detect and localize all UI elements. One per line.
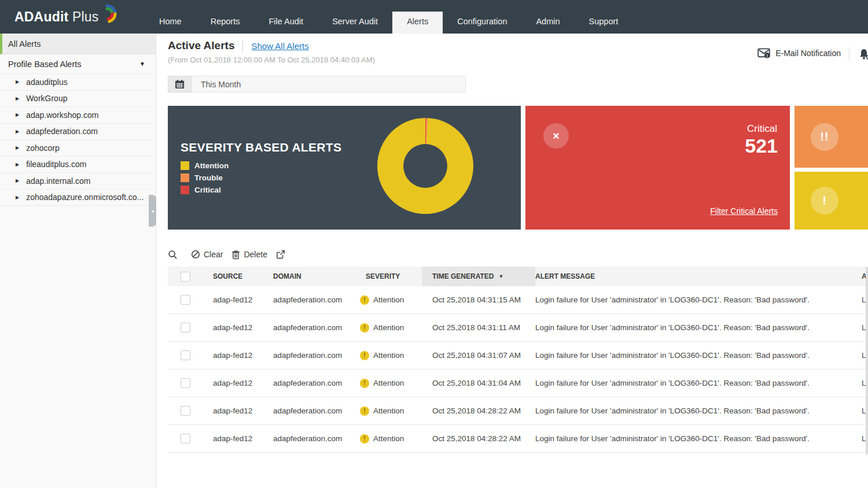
col-header-source[interactable]: SOURCE — [203, 272, 263, 280]
cell-domain: adapfederation.com — [263, 379, 355, 387]
table-row: adap-fed12 adapfederation.com ! Attentio… — [168, 342, 868, 369]
cell-severity: ! Attention — [355, 434, 422, 443]
cell-message: Login failure for User 'administrator' i… — [535, 406, 859, 415]
period-selector: This Month — [168, 76, 466, 93]
sidebar-item-all-alerts[interactable]: All Alerts — [0, 34, 156, 54]
select-all-checkbox[interactable] — [181, 272, 190, 282]
clear-button[interactable]: Clear — [191, 250, 223, 259]
calendar-icon — [175, 79, 185, 89]
sidebar-group-profile-based-alerts[interactable]: Profile Based Alerts ▼ — [0, 54, 156, 74]
table-row: adap-fed12 adapfederation.com ! Attentio… — [168, 286, 868, 314]
period-value[interactable]: This Month — [192, 76, 466, 93]
chevron-down-icon: ▼ — [139, 61, 145, 67]
nav-item-configuration[interactable]: Configuration — [443, 12, 521, 34]
expand-caret-icon: ▶ — [16, 112, 19, 117]
nav-item-admin[interactable]: Admin — [521, 12, 574, 34]
row-checkbox[interactable] — [181, 378, 190, 388]
sidebar-collapse-handle[interactable] — [149, 195, 156, 227]
cell-source: adap-fed12 — [203, 295, 263, 304]
top-nav-bar: ADAudit Plus HomeReportsFile AuditServer… — [0, 0, 868, 34]
cell-message: Login failure for User 'administrator' i… — [535, 379, 859, 387]
cell-source: adap-fed12 — [203, 379, 263, 387]
search-icon — [168, 250, 178, 260]
nav-item-reports[interactable]: Reports — [196, 12, 255, 34]
legend-swatch — [181, 173, 189, 182]
app-logo[interactable]: ADAudit Plus — [0, 0, 145, 34]
table-row: adap-fed12 adapfederation.com ! Attentio… — [168, 369, 868, 397]
trash-icon — [231, 250, 240, 260]
cell-severity: ! Attention — [355, 406, 422, 416]
attention-severity-icon: ! — [360, 295, 369, 305]
alerts-table: SOURCE DOMAIN SEVERITY TIME GENERATED ▼ … — [168, 267, 868, 453]
row-checkbox[interactable] — [181, 323, 190, 332]
chart-title: SEVERITY BASED ALERTS — [181, 141, 341, 154]
cell-domain: adapfederation.com — [263, 351, 355, 360]
email-notification-button[interactable]: ! E-Mail Notification — [757, 47, 841, 59]
col-header-alert-message[interactable]: ALERT MESSAGE — [535, 272, 859, 280]
legend-label: Attention — [194, 161, 229, 170]
export-button[interactable] — [276, 250, 285, 259]
sidebar-item-label: zohocorp — [26, 143, 60, 153]
attention-severity-icon: ! — [360, 379, 369, 388]
expand-caret-icon: ▶ — [16, 79, 19, 84]
col-header-severity[interactable]: SEVERITY — [355, 272, 422, 280]
search-button[interactable] — [168, 250, 178, 260]
attention-alerts-card[interactable]: ! — [795, 172, 868, 230]
col-header-time-generated[interactable]: TIME GENERATED ▼ — [422, 267, 535, 286]
sidebar-item-adap-workshop-com[interactable]: ▶adap.workshop.com — [0, 107, 156, 124]
trouble-icon: !! — [811, 123, 838, 151]
row-checkbox[interactable] — [181, 350, 190, 360]
sidebar-item-adap-internal-com[interactable]: ▶adap.internal.com — [0, 173, 156, 190]
expand-caret-icon: ▶ — [16, 96, 19, 101]
row-checkbox[interactable] — [181, 406, 190, 416]
cell-severity: ! Attention — [355, 323, 422, 332]
calendar-button[interactable] — [168, 76, 192, 93]
cell-message: Login failure for User 'administrator' i… — [535, 434, 859, 443]
legend-label: Trouble — [194, 173, 223, 182]
svg-text:!: ! — [767, 53, 768, 58]
sidebar-item-fileauditplus-com[interactable]: ▶fileauditplus.com — [0, 157, 156, 173]
notification-bell-button[interactable] — [858, 47, 868, 61]
expand-caret-icon: ▶ — [16, 178, 19, 183]
app-logo-text: ADAudit Plus — [14, 9, 99, 25]
severity-chart-panel: SEVERITY BASED ALERTS AttentionTroubleCr… — [168, 106, 521, 230]
table-scrollbar[interactable] — [866, 267, 868, 454]
nav-item-support[interactable]: Support — [575, 12, 633, 34]
nav-item-alerts[interactable]: Alerts — [392, 12, 443, 34]
sidebar-item-zohoadapazure-onmicrosoft-co-[interactable]: ▶zohoadapazure.onmicrosoft.co... — [0, 190, 156, 206]
sidebar-item-workgroup[interactable]: ▶WorkGroup — [0, 91, 156, 108]
critical-card-count: 521 — [745, 135, 778, 157]
table-header-row: SOURCE DOMAIN SEVERITY TIME GENERATED ▼ … — [168, 267, 868, 286]
table-row: adap-fed12 adapfederation.com ! Attentio… — [168, 425, 868, 453]
sidebar-item-adapfederation-com[interactable]: ▶adapfederation.com — [0, 124, 156, 141]
severity-label: Attention — [373, 434, 404, 443]
sidebar-item-zohocorp[interactable]: ▶zohocorp — [0, 140, 156, 157]
header-separator — [849, 47, 849, 61]
cell-message: Login failure for User 'administrator' i… — [535, 295, 859, 304]
cell-severity: ! Attention — [355, 379, 422, 388]
sidebar-item-label: adauditplus — [26, 77, 68, 87]
filter-critical-alerts-link[interactable]: Filter Critical Alerts — [710, 206, 778, 216]
sidebar-item-label: WorkGroup — [26, 94, 67, 103]
attention-severity-icon: ! — [360, 323, 369, 332]
cell-source: adap-fed12 — [203, 406, 263, 415]
row-checkbox[interactable] — [181, 434, 190, 443]
show-all-alerts-link[interactable]: Show All Alerts — [251, 41, 308, 51]
donut-hole — [403, 144, 447, 188]
expand-caret-icon: ▶ — [16, 162, 19, 167]
close-icon[interactable]: × — [543, 123, 569, 149]
nav-item-home[interactable]: Home — [145, 12, 196, 34]
expand-caret-icon: ▶ — [16, 145, 19, 150]
attention-severity-icon: ! — [360, 351, 369, 360]
cell-time: Oct 25,2018 04:31:15 AM — [422, 295, 535, 304]
nav-item-file-audit[interactable]: File Audit — [254, 12, 318, 34]
row-checkbox[interactable] — [181, 295, 190, 305]
sidebar-item-label: adap.internal.com — [26, 176, 90, 186]
delete-button[interactable]: Delete — [231, 250, 267, 260]
trouble-alerts-card[interactable]: !! — [795, 106, 868, 168]
col-header-domain[interactable]: DOMAIN — [263, 272, 355, 280]
sidebar-item-adauditplus[interactable]: ▶adauditplus — [0, 74, 156, 91]
cell-time: Oct 25,2018 04:31:04 AM — [422, 379, 535, 387]
chart-legend: AttentionTroubleCritical — [181, 161, 229, 194]
nav-item-server-audit[interactable]: Server Audit — [318, 12, 392, 34]
